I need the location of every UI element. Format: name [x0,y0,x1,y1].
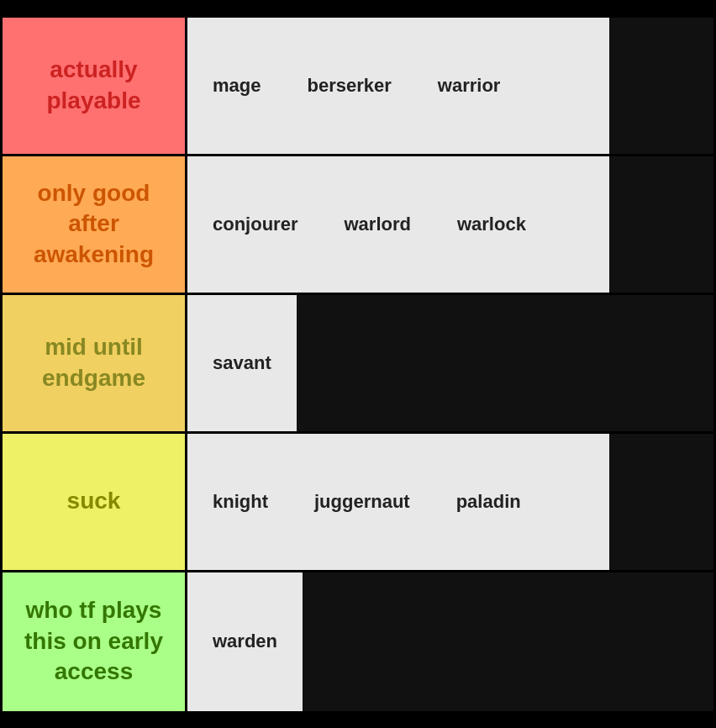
tier-label-b: mid until endgame [3,295,187,431]
tier-row-c: suckknightjuggernautpaladin [3,434,716,572]
tier-row-b: mid until endgamesavant [3,295,716,434]
tier-dark-d [303,572,716,711]
tier-row-a: only good after awakeningconjourerwarlor… [3,156,716,295]
tier-label-c: suck [3,434,187,570]
tier-row-s: actually playablemageberserkerwarrior [3,18,716,156]
tier-item-warden: warden [213,630,277,652]
tier-items-s: mageberserkerwarrior [187,18,609,154]
tier-dark-b [297,295,716,431]
tier-item-conjourer: conjourer [213,214,297,235]
tier-dark-c [609,434,716,570]
tier-dark-a [609,156,716,293]
tier-item-paladin: paladin [456,491,521,513]
tier-items-d: warden [187,572,303,711]
tier-dark-s [609,18,716,154]
tier-item-warlock: warlock [457,214,526,235]
tier-item-savant: savant [213,352,271,374]
tier-items-a: conjourerwarlordwarlock [187,156,609,293]
tier-content-a: conjourerwarlordwarlock [187,156,716,293]
tier-row-d: who tf plays this on early accesswarden [3,572,716,711]
tier-item-berserker: berserker [307,75,391,97]
tier-item-warlord: warlord [344,214,410,235]
tier-label-d: who tf plays this on early access [3,572,187,711]
tier-list: actually playablemageberserkerwarrioronl… [0,15,716,714]
tier-label-s: actually playable [3,18,187,154]
tier-content-c: knightjuggernautpaladin [187,434,716,570]
tier-content-d: warden [187,572,716,711]
tier-content-s: mageberserkerwarrior [187,18,716,154]
tier-item-knight: knight [213,491,268,513]
tier-items-c: knightjuggernautpaladin [187,434,609,570]
tier-item-juggernaut: juggernaut [314,491,410,513]
tier-item-mage: mage [213,75,261,97]
tier-content-b: savant [187,295,716,431]
tier-item-warrior: warrior [438,75,501,97]
tier-label-a: only good after awakening [3,156,187,293]
tier-items-b: savant [187,295,297,431]
